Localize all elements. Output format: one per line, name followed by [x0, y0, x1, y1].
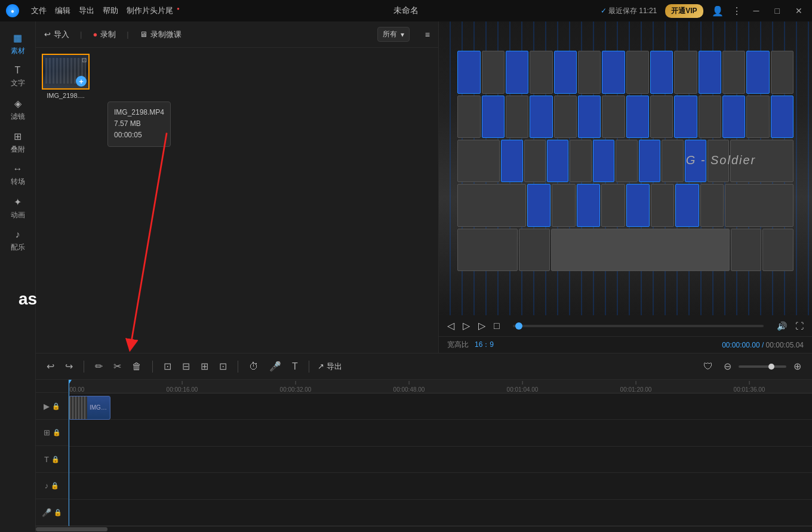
progress-dot — [515, 322, 522, 330]
ruler-spacer — [36, 380, 68, 393]
top-section: ↩ 导入 | ● 录制 | 🖥 录制微课 所有 ▾ — [36, 21, 812, 353]
sidebar-label-transition: 转场 — [11, 177, 25, 187]
titlebar: ● 文件 编辑 导出 帮助 制作片头片尾 ● 未命名 ✓ 最近保存 11:21 … — [0, 0, 812, 21]
media-toolbar: ↩ 导入 | ● 录制 | 🖥 录制微课 所有 ▾ — [36, 21, 438, 48]
zoom-out-button[interactable]: ⊖ — [721, 359, 734, 373]
menu-help[interactable]: 帮助 — [103, 5, 118, 16]
shield-button[interactable]: 🛡 — [701, 360, 715, 373]
sidebar-item-material[interactable]: ▦ 素材 — [0, 27, 35, 60]
sidebar-item-music[interactable]: ♪ 配乐 — [0, 225, 35, 257]
video-track-row[interactable]: IMG_21... — [69, 393, 812, 420]
delete-button[interactable]: 🗑 — [130, 360, 144, 373]
app-logo: ● — [6, 4, 19, 17]
text-track-icon: T — [44, 455, 49, 464]
import-button[interactable]: ↩ 导入 — [44, 29, 69, 40]
subtitle-track-row[interactable] — [69, 420, 812, 447]
volume-icon[interactable]: 🔊 — [777, 321, 787, 331]
track-labels: ▶ 🔒 ⊞ 🔒 T 🔒 ♪ 🔒 — [36, 380, 69, 526]
pencil-button[interactable]: ✏ — [93, 359, 105, 373]
composite-icon: ⊞ — [14, 131, 21, 142]
filter-select[interactable]: 所有 ▾ — [377, 27, 410, 42]
material-icon: ▦ — [13, 32, 22, 44]
subtitle-track-icon: ⊞ — [44, 428, 50, 437]
import-icon: ↩ — [44, 30, 51, 39]
video-track-lock[interactable]: 🔒 — [52, 402, 60, 410]
user-icon[interactable]: 👤 — [712, 5, 724, 17]
sidebar-item-transition[interactable]: ↔ 转场 — [0, 159, 35, 192]
sidebar-label-text: 文字 — [11, 78, 25, 88]
mic-track-row[interactable] — [69, 500, 812, 526]
menu-file[interactable]: 文件 — [31, 5, 47, 16]
clock-button[interactable]: ⏱ — [247, 360, 261, 373]
audio-track-row[interactable] — [69, 473, 812, 500]
grid-button[interactable]: ⊞ — [198, 359, 211, 373]
media-item[interactable]: ⊡ + IMG_2198.... — [42, 54, 90, 99]
text-track-lock[interactable]: 🔒 — [51, 456, 60, 463]
zoom-in-button[interactable]: ⊕ — [791, 359, 804, 373]
ruler-mark-5: 00:01:20.00 — [620, 386, 652, 393]
redo-button[interactable]: ↪ — [63, 359, 75, 373]
split-button[interactable]: ⊟ — [180, 359, 192, 373]
zoom-slider[interactable] — [739, 365, 786, 368]
undo-button[interactable]: ↩ — [44, 359, 57, 373]
next-frame-button[interactable]: ▷ — [478, 320, 485, 331]
video-clip[interactable]: IMG_21... — [69, 396, 110, 420]
clip-thumb-inner — [69, 396, 87, 419]
sidebar-item-filter[interactable]: ◈ 滤镜 — [0, 93, 35, 126]
fullscreen-icon[interactable]: ⛶ — [795, 321, 804, 331]
maximize-button[interactable]: □ — [771, 5, 783, 17]
export-button[interactable]: ↗ 导出 — [318, 361, 342, 372]
menu-template[interactable]: 制作片头片尾 — [127, 5, 173, 16]
zoom-slider-thumb — [768, 364, 774, 370]
export-label: 导出 — [327, 361, 342, 372]
sidebar-item-composite[interactable]: ⊞ 叠附 — [0, 126, 35, 159]
chevron-down-icon: ▾ — [401, 30, 404, 39]
playhead-triangle — [69, 380, 72, 385]
record-button[interactable]: ● 录制 — [93, 29, 116, 40]
prev-frame-button[interactable]: ◁ — [447, 320, 454, 331]
audio-track-label: ♪ 🔒 — [36, 473, 68, 500]
total-time: 00:00:05.04 — [766, 341, 804, 349]
mic-track-lock[interactable]: 🔒 — [54, 509, 62, 516]
list-view-button[interactable]: ≡ — [425, 30, 430, 39]
video-type-icon: ⊡ — [82, 57, 87, 63]
more-icon[interactable]: ⋮ — [732, 5, 742, 17]
close-button[interactable]: ✕ — [792, 5, 806, 17]
menu-bar: ● 文件 编辑 导出 帮助 制作片头片尾 ● — [6, 4, 180, 17]
tooltip-duration: 00:00:05 — [114, 130, 164, 141]
screen-record-button[interactable]: 🖥 录制微课 — [140, 29, 182, 40]
ratio-value: 16：9 — [475, 340, 494, 350]
menu-edit[interactable]: 编辑 — [55, 5, 70, 16]
add-to-timeline-button[interactable]: + — [76, 76, 87, 87]
audio-track-lock[interactable]: 🔒 — [51, 482, 59, 490]
mic-button[interactable]: 🎤 — [267, 359, 284, 373]
text-track-row[interactable] — [69, 447, 812, 473]
scrollbar-thumb — [36, 527, 107, 531]
tl-divider-4 — [309, 361, 309, 373]
minimize-button[interactable]: ─ — [750, 5, 763, 17]
play-button[interactable]: ▷ — [463, 320, 470, 331]
text-tl-button[interactable]: T — [290, 360, 300, 373]
sidebar-label-material: 素材 — [11, 46, 25, 56]
clip-label: IMG_21... — [87, 404, 110, 411]
menu-export[interactable]: 导出 — [79, 5, 94, 16]
media-content: ⊡ + IMG_2198.... IMG_2198.MP4 7.57 MB 00… — [36, 48, 438, 353]
media-thumbnail: ⊡ + — [42, 54, 90, 90]
progress-bar[interactable] — [513, 325, 764, 327]
stop-button[interactable]: □ — [494, 321, 500, 331]
preview-video: G - Soldier — [439, 21, 812, 315]
vip-button[interactable]: 开通VIP — [665, 4, 703, 18]
subtitle-track-lock[interactable]: 🔒 — [53, 429, 61, 436]
crop-button[interactable]: ⊡ — [161, 359, 174, 373]
ruler-mark-2: 00:00:32.00 — [280, 386, 312, 393]
sidebar-item-text[interactable]: T 文字 — [0, 60, 35, 93]
sidebar-item-animation[interactable]: ✦ 动画 — [0, 192, 35, 225]
sidebar-label-composite: 叠附 — [11, 144, 25, 155]
timeline-scrollbar[interactable] — [36, 526, 812, 532]
sidebar: ▦ 素材 T 文字 ◈ 滤镜 ⊞ 叠附 ↔ 转场 ✦ 动画 ♪ 配乐 — [0, 21, 36, 532]
cut-button[interactable]: ✂ — [111, 359, 124, 373]
window-title: 未命名 — [393, 5, 419, 16]
timeline-playhead[interactable] — [69, 380, 69, 526]
pip-button[interactable]: ⊡ — [217, 359, 229, 373]
content-area: ↩ 导入 | ● 录制 | 🖥 录制微课 所有 ▾ — [36, 21, 812, 532]
